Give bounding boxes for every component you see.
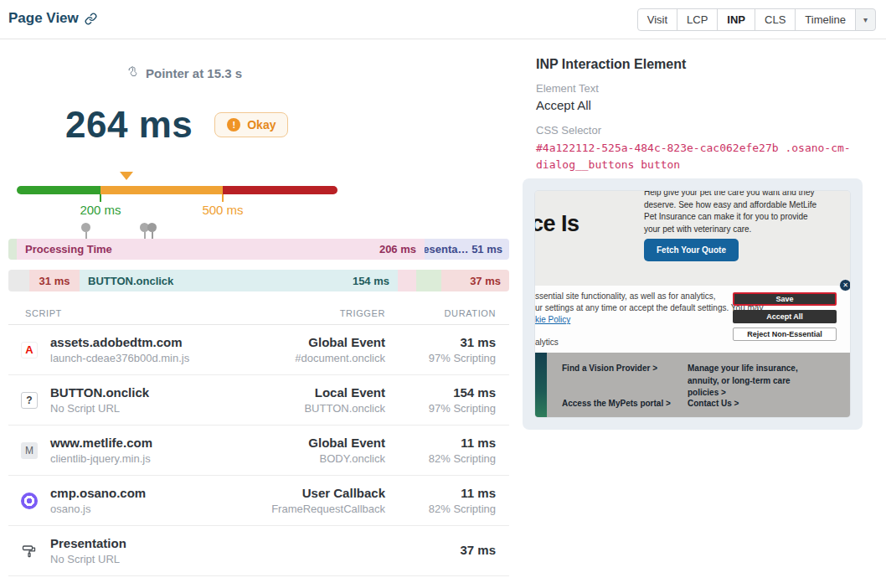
table-row[interactable]: Presentation No Script URL 37 ms	[8, 526, 509, 576]
trigger-type: Global Event	[243, 436, 385, 450]
table-row[interactable]: M www.metlife.com clientlib-jquery.min.j…	[8, 426, 509, 476]
screenshot-cookie-dialog: ✕ ssential site functionality, as well a…	[535, 286, 850, 353]
processing-label: Processing Time	[25, 243, 112, 255]
trigger-detail: BUTTON.onclick	[243, 402, 385, 415]
page-screenshot: ce Is Help give your pet the care you wa…	[535, 191, 850, 417]
nav-timeline-button[interactable]: Timeline	[795, 8, 856, 31]
element-screenshot-card: ce Is Help give your pet the care you wa…	[523, 178, 863, 430]
column-header-trigger: TRIGGER	[243, 308, 385, 318]
script-host: assets.adobedtm.com	[50, 335, 243, 349]
duration-value: 11 ms	[385, 436, 496, 450]
trigger-cell: User Callback FrameRequestCallback	[243, 486, 385, 515]
duration-cell: 31 ms 97% Scripting	[385, 335, 509, 364]
nav-dropdown-button[interactable]: ▾	[855, 8, 876, 31]
trigger-cell: Global Event #document.onclick	[243, 335, 385, 364]
cookie-policy-link: kie Policy	[535, 314, 763, 326]
phase-bar-top[interactable]: Processing Time 206 ms Presenta… 51 ms	[8, 239, 509, 260]
trigger-type: Global Event	[243, 335, 385, 349]
phase-presentation-segment: Presenta… 51 ms	[425, 239, 509, 260]
nav-lcp-button[interactable]: LCP	[677, 8, 718, 31]
presentation-label: Presenta… 51 ms	[425, 243, 502, 255]
threshold-bar	[17, 186, 337, 194]
duration-cell: 154 ms 97% Scripting	[385, 385, 509, 415]
threshold-segment-poor	[223, 186, 337, 194]
interaction-pin[interactable]	[81, 223, 90, 240]
screenshot-hero-section: ce Is Help give your pet the care you wa…	[535, 191, 850, 286]
metlife-favicon-icon: M	[8, 442, 50, 459]
pointer-label: Pointer at 15.3 s	[146, 66, 242, 80]
phase-input-delay-segment	[8, 239, 17, 260]
script-host: cmp.osano.com	[50, 486, 243, 500]
nav-visit-button[interactable]: Visit	[637, 8, 677, 31]
interaction-pin[interactable]	[147, 223, 157, 240]
consent-line-1: ssential site functionality, as well as …	[535, 291, 763, 302]
subphase-presentation-value: 37 ms	[470, 275, 501, 287]
trigger-type: User Callback	[243, 486, 385, 500]
pointer-icon	[126, 65, 139, 80]
nav-inp-button[interactable]: INP	[717, 8, 755, 31]
script-cell: cmp.osano.com osano.js	[50, 486, 243, 515]
adobe-favicon-icon: A	[8, 342, 50, 358]
page-title-wrap: Page View	[8, 10, 97, 27]
script-host: BUTTON.onclick	[50, 385, 243, 400]
reject-non-essential-button: Reject Non-Essential	[733, 328, 837, 341]
screenshot-footer-section: Find a Vision Provider > Manage your lif…	[535, 353, 850, 417]
subphase-presentation-segment: 37 ms	[441, 270, 509, 291]
subphase-input-delay-segment: 31 ms	[29, 270, 80, 291]
trigger-detail: FrameRequestCallback	[243, 503, 385, 515]
subphase-pink-segment	[398, 270, 416, 291]
footer-link-vision: Find a Vision Provider >	[562, 363, 657, 375]
inp-threshold-scale: 200 ms 500 ms	[17, 172, 337, 222]
script-cell: www.metlife.com clientlib-jquery.min.js	[50, 436, 243, 465]
save-button-highlighted: Save	[733, 292, 837, 306]
duration-cell: 11 ms 82% Scripting	[385, 486, 509, 515]
script-file: osano.js	[50, 503, 243, 515]
duration-cell: 37 ms	[385, 543, 509, 560]
script-host: Presentation	[50, 536, 243, 550]
tick-good	[100, 194, 101, 202]
script-host: www.metlife.com	[50, 436, 243, 450]
duration-breakdown: 82% Scripting	[385, 452, 496, 465]
unknown-script-icon: ?	[8, 392, 50, 409]
consent-text: ssential site functionality, as well as …	[535, 291, 763, 326]
footer-image-strip	[535, 353, 547, 417]
duration-breakdown: 97% Scripting	[385, 402, 496, 415]
top-bar: Page View Visit LCP INP CLS Timeline ▾	[0, 0, 886, 39]
paint-roller-icon	[8, 543, 50, 560]
trigger-type: Local Event	[243, 385, 385, 400]
script-cell: assets.adobedtm.com launch-cdeae376b00d.…	[50, 335, 243, 364]
hero-paragraph: Help give your pet the care you want and…	[644, 191, 823, 235]
trigger-cell	[243, 549, 385, 552]
table-row[interactable]: cmp.osano.com osano.js User Callback Fra…	[8, 476, 509, 526]
consent-buttons: Save Accept All Reject Non-Essential	[733, 292, 837, 341]
table-row[interactable]: A assets.adobedtm.com launch-cdeae376b00…	[8, 325, 509, 375]
script-cell: BUTTON.onclick No Script URL	[50, 385, 243, 415]
column-header-script: SCRIPT	[8, 308, 243, 318]
accept-all-button: Accept All	[733, 310, 837, 323]
css-selector-value: #4a122112-525a-484c-823e-cac062efe27b .o…	[536, 140, 851, 173]
css-selector-label: CSS Selector	[536, 124, 601, 137]
link-icon[interactable]	[85, 13, 97, 25]
element-text-value: Accept All	[536, 98, 591, 112]
duration-breakdown: 82% Scripting	[385, 503, 496, 515]
script-file: No Script URL	[50, 402, 243, 415]
threshold-segment-good	[17, 186, 100, 194]
duration-value: 154 ms	[385, 385, 496, 400]
script-file: clientlib-jquery.min.js	[50, 452, 243, 465]
event-value: 154 ms	[353, 275, 389, 287]
interaction-element-panel: INP Interaction Element Element Text Acc…	[523, 40, 863, 588]
warning-icon: !	[227, 118, 240, 132]
trigger-detail: #document.onclick	[243, 352, 385, 364]
trigger-cell: Global Event BODY.onclick	[243, 436, 385, 465]
table-row[interactable]: ? BUTTON.onclick No Script URL Local Eve…	[8, 375, 509, 426]
page-title: Page View	[8, 10, 79, 27]
rating-badge: ! Okay	[214, 112, 288, 137]
interaction-type-line: Pointer at 15.3 s	[8, 65, 360, 80]
subphase-gray-segment	[8, 270, 29, 291]
hero-heading: ce Is	[535, 211, 580, 237]
phase-bar-scripts[interactable]: 31 ms BUTTON.onclick 154 ms 37 ms	[8, 270, 509, 291]
nav-cls-button[interactable]: CLS	[755, 8, 796, 31]
osano-favicon-icon	[8, 493, 50, 509]
fetch-quote-button: Fetch Your Quote	[644, 239, 739, 261]
subphase-event-segment: BUTTON.onclick 154 ms	[80, 270, 398, 291]
